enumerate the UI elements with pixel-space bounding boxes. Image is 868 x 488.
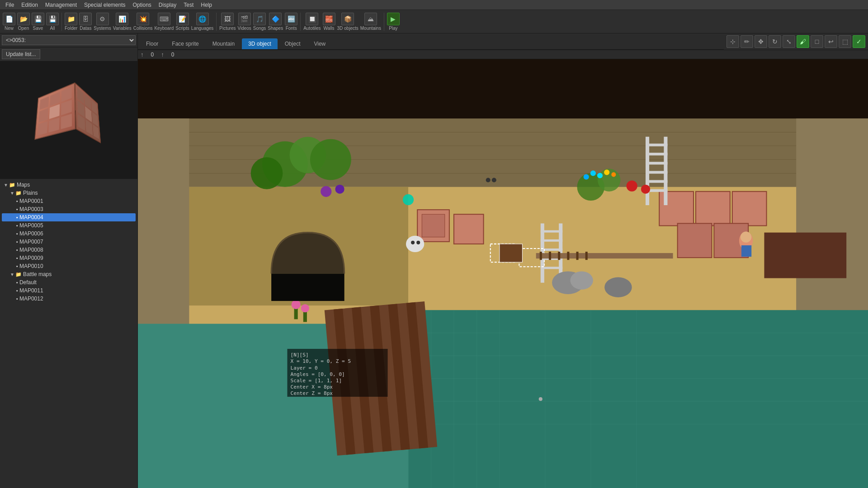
map-canvas[interactable]: [N][S] X = 10, Y = 0, Z = 5 Layer = 0 An… [138,59,868,488]
cursor-button[interactable]: ⊹ [726,35,739,48]
tree-map0009[interactable]: ▪ MAP0009 [2,254,136,262]
menu-test[interactable]: Test [180,1,197,9]
tree-map0006[interactable]: ▪ MAP0006 [2,230,136,238]
placeholder-button[interactable]: ⬚ [839,35,851,48]
update-list-button[interactable]: Update list... [2,49,40,59]
map-selector-dropdown[interactable]: <>0053: [2,35,136,45]
tree-map0003[interactable]: ▪ MAP0003 [2,205,136,213]
toolbar-systems[interactable]: ⚙ Systems [94,13,111,31]
toolbar-mountains[interactable]: ⛰ Mountains [360,13,381,31]
tab-object[interactable]: Object [278,38,307,49]
toolbar-new[interactable]: 📄 New [3,13,15,31]
svg-rect-33 [454,214,484,244]
svg-rect-72 [540,252,542,260]
menu-file[interactable]: File [2,1,18,9]
tree-map0004[interactable]: ▪ MAP0004 [2,213,136,221]
tab-mountain[interactable]: Mountain [206,38,241,49]
all-icon: 💾 [46,13,59,25]
tree-battlemaps-group[interactable]: ▼ 📁 Battle maps [2,270,136,278]
tree-default[interactable]: ▪ Default [2,278,136,286]
toolbar-languages[interactable]: 🌐 Languages [191,13,214,31]
menu-display[interactable]: Display [155,1,180,9]
tab-3d-object[interactable]: 3D object [242,38,278,49]
menu-help[interactable]: Help [197,1,216,9]
rotate-button[interactable]: ↻ [769,35,781,48]
svg-rect-54 [541,267,562,269]
tree-area: ▼ 📁 Maps ▼ 📁 Plains ▪ MAP0001 ▪ MAP0003 [0,179,137,488]
tree-map0007[interactable]: ▪ MAP0007 [2,238,136,246]
toolbar-save[interactable]: 💾 Save [32,13,44,31]
toolbar-songs[interactable]: 🎵 Songs [253,13,266,31]
videos-icon: 🎬 [238,13,251,25]
svg-text:X = 10, Y = 0, Z = 5: X = 10, Y = 0, Z = 5 [291,358,351,364]
svg-point-92 [604,169,609,175]
map-icon-default: ▪ [16,280,18,285]
toolbar-datas[interactable]: 🗄 Datas [79,13,92,31]
toolbar-3dobjects[interactable]: 📦 3D objects [337,13,359,31]
tab-floor[interactable]: Floor [140,38,165,49]
tree-expand-battlemaps: ▼ [10,272,14,277]
toolbar-fonts[interactable]: 🔤 Fonts [285,13,297,31]
toolbar-walls[interactable]: 🧱 Walls [323,13,335,31]
3dobjects-icon: 📦 [341,13,354,25]
svg-rect-74 [558,252,560,260]
toolbar-play[interactable]: ▶ Play [387,13,400,31]
arrow-up-icon: ↑ [141,51,144,58]
svg-point-97 [335,185,344,194]
scale-button[interactable]: ⤡ [783,35,795,48]
new-icon: 📄 [3,13,15,25]
svg-text:Center X = 8px: Center X = 8px [291,384,333,390]
svg-point-58 [310,139,351,180]
toolbar: 📄 New 📂 Open 💾 Save 💾 All 📁 Folder 🗄 Dat… [0,10,868,33]
tree-map0005[interactable]: ▪ MAP0005 [2,221,136,230]
menu-options[interactable]: Options [129,1,155,9]
tree-map0010[interactable]: ▪ MAP0010 [2,262,136,270]
datas-icon: 🗄 [79,13,92,25]
svg-rect-51 [541,239,562,242]
fonts-icon: 🔤 [285,13,297,25]
svg-rect-46 [646,180,667,183]
tab-view[interactable]: View [307,38,332,49]
svg-point-93 [611,172,616,177]
toolbar-videos[interactable]: 🎬 Videos [237,13,251,31]
toolbar-pictures[interactable]: 🖼 Pictures [219,13,236,31]
svg-text:Scale = [1, 1, 1]: Scale = [1, 1, 1] [291,378,342,384]
toolbar-autotiles[interactable]: 🔲 Autotiles [303,13,321,31]
move-button[interactable]: ✥ [755,35,767,48]
tree-map0001[interactable]: ▪ MAP0001 [2,197,136,205]
erase-button[interactable]: □ [811,35,823,48]
confirm-button[interactable]: ✓ [853,35,865,48]
toolbar-shapes[interactable]: 🔷 Shapes [268,13,283,31]
pencil-button[interactable]: ✏ [741,35,753,48]
menu-special-elements[interactable]: Special elements [80,1,129,9]
toolbar-all[interactable]: 💾 All [46,13,59,31]
tab-face-sprite[interactable]: Face sprite [165,38,205,49]
svg-point-78 [406,236,424,252]
tree-maps-group[interactable]: ▼ 📁 Maps [2,181,136,189]
menu-edition[interactable]: Edition [18,1,42,9]
toolbar-variables[interactable]: 📊 Variables [113,13,132,31]
tree-battlemaps-label: Battle maps [23,271,52,277]
toolbar-keyboard[interactable]: ⌨ Keyboard [154,13,174,31]
coords-row: ↑ 0 ↑ 0 [138,50,868,59]
toolbar-open[interactable]: 📂 Open [17,13,30,31]
svg-text:[N][S]: [N][S] [291,352,309,358]
svg-point-96 [321,186,331,197]
svg-point-79 [411,241,415,244]
svg-point-107 [539,397,542,401]
draw-button[interactable]: 🖌 [797,35,809,48]
undo-button[interactable]: ↩ [825,35,837,48]
toolbar-collisions[interactable]: 💥 Collisions [133,13,153,31]
svg-rect-86 [741,245,751,257]
toolbar-folder[interactable]: 📁 Folder [65,13,77,31]
play-icon: ▶ [387,13,400,25]
tree-map0011[interactable]: ▪ MAP0011 [2,286,136,295]
toolbar-scripts[interactable]: 📝 Scripts [175,13,189,31]
svg-point-80 [416,241,420,244]
tree-map0012[interactable]: ▪ MAP0012 [2,295,136,303]
tree-map0008[interactable]: ▪ MAP0008 [2,246,136,254]
menu-management[interactable]: Management [42,1,80,9]
svg-rect-11 [408,310,868,488]
arrow-up-icon-2: ↑ [161,51,164,58]
tree-plains-group[interactable]: ▼ 📁 Plains [2,189,136,197]
